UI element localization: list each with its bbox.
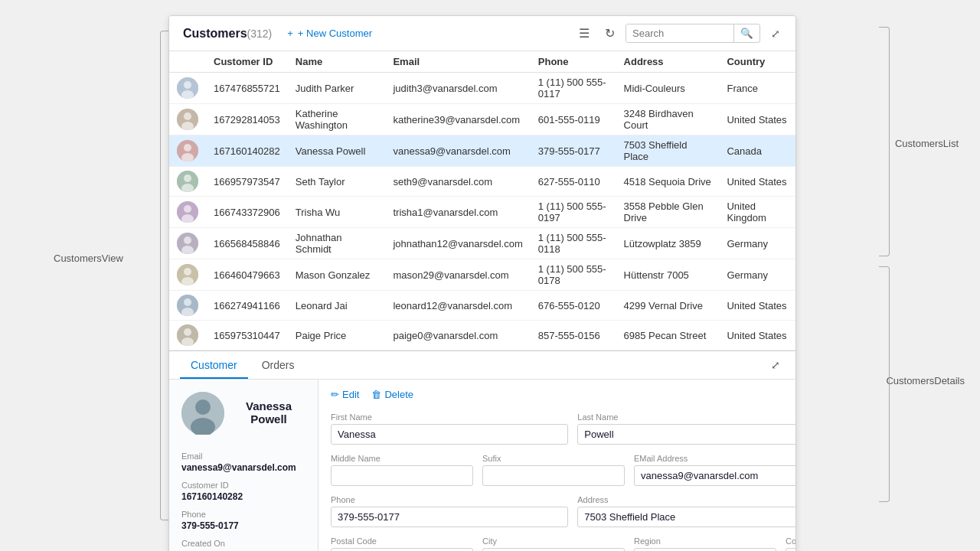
list-count: (312) — [247, 28, 273, 40]
last-name-group: Last Name — [577, 412, 796, 445]
customers-list-section: Customers(312) + + New Customer ☰ ↻ 🔍 — [169, 16, 795, 351]
col-phone: Phone — [531, 51, 616, 73]
expand-detail-button[interactable]: ⤢ — [766, 357, 785, 373]
cell-id: 166743372906 — [206, 197, 288, 228]
edit-button[interactable]: ✏ Edit — [331, 389, 359, 400]
cell-country: France — [719, 73, 795, 104]
svg-point-25 — [184, 328, 191, 336]
cell-id: 167476855721 — [206, 73, 288, 104]
table-row[interactable]: 167160140282 Vanessa Powell vanessa9@van… — [169, 135, 795, 167]
refresh-button[interactable]: ↻ — [600, 24, 619, 42]
cell-phone: 1 (11) 500 555-0197 — [531, 197, 616, 228]
svg-point-22 — [184, 298, 191, 306]
email-input[interactable] — [634, 465, 796, 486]
list-view-button[interactable]: ☰ — [574, 24, 594, 42]
cell-address: 3248 Birdhaven Court — [616, 104, 720, 135]
last-name-input[interactable] — [577, 424, 796, 445]
region-input[interactable] — [634, 548, 776, 551]
first-name-input[interactable] — [331, 424, 568, 445]
card-name: Vanessa Powell — [232, 399, 305, 425]
cell-email: mason29@vanarsdel.com — [385, 259, 530, 291]
avatar-circle — [177, 109, 198, 130]
new-customer-label: + New Customer — [298, 28, 372, 39]
cell-email: leonard12@vanarsdel.com — [385, 291, 530, 321]
middle-name-input[interactable] — [331, 465, 473, 486]
col-avatar — [169, 51, 206, 73]
region-label: Region — [634, 536, 776, 546]
svg-point-16 — [184, 236, 191, 244]
cell-email: trisha1@vanarsdel.com — [385, 197, 530, 228]
list-header: Customers(312) + + New Customer ☰ ↻ 🔍 — [169, 16, 795, 51]
cell-avatar — [169, 197, 206, 228]
phone-input[interactable] — [331, 507, 568, 527]
table-row[interactable]: 166568458846 Johnathan Schmidt johnathan… — [169, 228, 795, 259]
avatar-circle — [177, 171, 198, 192]
tab-customer[interactable]: Customer — [180, 351, 248, 379]
delete-button[interactable]: 🗑 Delete — [371, 389, 413, 400]
cell-address: 4518 Sequoia Drive — [616, 167, 720, 197]
email-label: EMail Address — [634, 454, 796, 463]
form-actions: ✏ Edit 🗑 Delete — [331, 389, 796, 400]
suffix-input[interactable] — [482, 465, 625, 486]
expand-list-button[interactable]: ⤢ — [766, 26, 785, 41]
table-row[interactable]: 167476855721 Judith Parker judith3@vanar… — [169, 73, 795, 104]
refresh-icon: ↻ — [605, 27, 615, 40]
table-row[interactable]: 167292814053 Katherine Washington kather… — [169, 104, 795, 135]
edit-label: Edit — [342, 389, 359, 400]
cell-avatar — [169, 73, 206, 104]
postal-code-group: Postal Code — [331, 536, 473, 551]
cell-avatar — [169, 167, 206, 197]
cell-email: johnathan12@vanarsdel.com — [385, 228, 530, 259]
avatar-circle — [177, 264, 198, 285]
table-body: 167476855721 Judith Parker judith3@vanar… — [169, 73, 795, 350]
list-header-right: ☰ ↻ 🔍 ⤢ — [574, 24, 785, 43]
country-group: Country CanadaUnited StatesUnited Kingdo… — [786, 536, 796, 551]
address-group: Address — [577, 495, 796, 527]
avatar — [181, 392, 224, 435]
svg-point-19 — [184, 268, 191, 276]
card-phone: 379-555-0177 — [181, 520, 305, 531]
table-row[interactable]: 165975310447 Paige Price paige0@vanarsde… — [169, 321, 795, 350]
card-customer-id-label: Customer ID — [181, 481, 305, 490]
cell-name: Trisha Wu — [288, 197, 386, 228]
edit-icon: ✏ — [331, 389, 339, 400]
list-title: Customers — [183, 27, 247, 41]
card-email-label: Email — [181, 452, 305, 461]
table-row[interactable]: 166460479663 Mason Gonzalez mason29@vana… — [169, 259, 795, 291]
city-input[interactable] — [482, 548, 625, 551]
tab-orders[interactable]: Orders — [251, 351, 305, 379]
country-select[interactable]: CanadaUnited StatesUnited KingdomFranceG… — [786, 548, 796, 551]
postal-code-input[interactable] — [331, 548, 473, 551]
cell-name: Seth Taylor — [288, 167, 386, 197]
suffix-group: Sufix — [482, 454, 625, 486]
svg-point-1 — [184, 81, 191, 89]
customers-details-label: CustomersDetails — [886, 375, 965, 386]
table-row[interactable]: 166743372906 Trisha Wu trisha1@vanarsdel… — [169, 197, 795, 228]
city-label: City — [482, 536, 625, 546]
cell-id: 166568458846 — [206, 228, 288, 259]
cell-avatar — [169, 228, 206, 259]
last-name-label: Last Name — [577, 412, 796, 422]
first-name-group: First Name — [331, 412, 568, 445]
cell-phone: 857-555-0156 — [531, 321, 616, 350]
search-button[interactable]: 🔍 — [733, 24, 760, 42]
cell-email: judith3@vanarsdel.com — [385, 73, 530, 104]
table-row[interactable]: 166274941166 Leonard Jai leonard12@vanar… — [169, 291, 795, 321]
card-created-on-label: Created On — [181, 539, 305, 548]
new-customer-button[interactable]: + + New Customer — [281, 24, 378, 42]
cell-name: Vanessa Powell — [288, 135, 386, 167]
address-input[interactable] — [577, 507, 796, 527]
expand-detail-icon: ⤢ — [771, 359, 780, 371]
list-icon: ☰ — [579, 27, 590, 40]
search-input[interactable] — [626, 24, 733, 42]
customer-card: Vanessa Powell Email vanessa9@vanarsdel.… — [169, 380, 318, 551]
detail-tabs-bar: Customer Orders ⤢ — [169, 351, 795, 380]
cell-avatar — [169, 259, 206, 291]
delete-label: Delete — [384, 389, 413, 400]
cell-id: 165975310447 — [206, 321, 288, 350]
table-row[interactable]: 166957973547 Seth Taylor seth9@vanarsdel… — [169, 167, 795, 197]
cell-country: United States — [719, 167, 795, 197]
suffix-label: Sufix — [482, 454, 625, 463]
customers-view-label: CustomersView — [54, 253, 123, 264]
cell-phone: 1 (11) 500 555-0117 — [531, 73, 616, 104]
